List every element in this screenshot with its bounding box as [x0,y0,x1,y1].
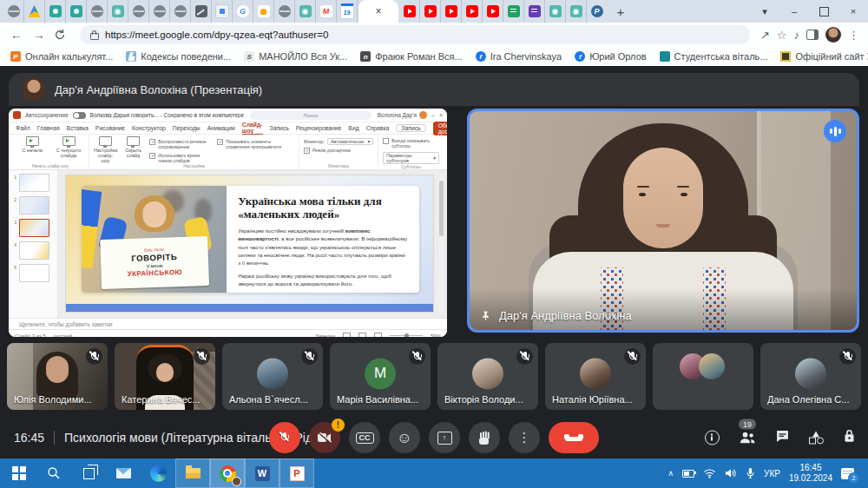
pinned-tab[interactable] [87,0,108,23]
slide-thumbnail[interactable]: 4 [12,241,56,260]
mic-button[interactable] [269,422,300,453]
pin-icon[interactable] [480,310,491,321]
pinned-tab[interactable] [441,0,462,23]
pinned-tab[interactable] [524,0,545,23]
bookmark-item[interactable]: fIra Chervinskaya [476,51,562,62]
present-button[interactable]: ↑ [429,422,460,453]
host-controls-button[interactable] [843,429,856,447]
slide-thumbnail-panel[interactable]: 1 2 3 4 5 [9,170,58,318]
slide-thumbnail[interactable]: 5 [12,264,56,282]
edge-app-button[interactable] [141,458,175,488]
narration-checkbox[interactable]: ✓Воспроизвести речевое сопровождение [149,139,212,150]
ppt-minimize-button[interactable]: – [431,112,435,118]
participant-tile[interactable]: Дана Олегівна С... [760,343,861,410]
active-tab-meet[interactable]: × [358,0,398,23]
bookmark-item[interactable]: Офіційний сайт Уп... [780,51,868,62]
pinned-tab[interactable] [212,0,233,23]
participant-tile[interactable]: Наталія Юріївна... [545,343,646,410]
bookmark-item[interactable]: PОнлайн калькулят... [10,51,113,62]
minimize-button[interactable]: – [779,0,809,23]
close-icon[interactable]: × [375,5,381,17]
timings-checkbox[interactable]: ✓Использовать время показа слайдов [149,153,212,164]
wifi-icon[interactable] [703,468,716,478]
ppt-scrollbar-thumb[interactable] [439,181,444,236]
address-bar[interactable]: https://meet.google.com/dpy-qzea-eqt?aut… [80,25,750,44]
raise-hand-button[interactable] [469,422,500,453]
reactions-button[interactable]: ☺ [389,422,420,453]
ppt-account[interactable]: Волохіна Дар'я [378,111,427,119]
pinned-tab[interactable] [128,0,149,23]
pinned-tab[interactable] [462,0,483,23]
ppt-tab-design[interactable]: Конструктор [132,125,166,131]
camera-button[interactable]: ! [309,422,340,453]
ppt-tab-file[interactable]: Файл [16,125,30,131]
subtitle-settings-dropdown[interactable]: Параметры субтитров▾ [383,152,439,164]
monitor-dropdown[interactable]: Автоматически▾ [327,138,373,145]
slide-canvas[interactable]: Будь ласка ГОВОРІТЬ зі мною УКРАЇНСЬКОЮ … [58,170,447,318]
bookmark-item[interactable]: Студентська віталь... [660,51,768,62]
volume-icon[interactable] [725,468,737,478]
pinned-tab[interactable] [503,0,524,23]
file-explorer-button[interactable] [175,458,210,488]
lock-icon[interactable] [90,33,99,40]
participant-tile[interactable]: M Марія Василівна... [330,343,431,410]
ppt-tab-slideshow[interactable]: Слайд-шоу [242,122,263,135]
pinned-tab[interactable]: M [316,0,337,23]
ppt-notes-area[interactable]: Щелкните, чтобы добавить заметки [9,318,447,329]
pinned-tab[interactable] [3,0,24,23]
presenter-view-checkbox[interactable]: ✓Режим докладчика [304,148,351,154]
taskbar-search-button[interactable] [36,458,71,488]
slide-thumbnail[interactable]: 3 [12,219,56,237]
activities-button[interactable] [809,432,824,445]
powerpoint-app-button[interactable]: P [279,458,314,488]
slide-thumbnail[interactable]: 1 [12,174,56,192]
pinned-tab[interactable]: P [587,0,607,23]
back-button[interactable]: ← [9,28,24,42]
ppt-close-button[interactable]: × [439,112,443,118]
info-icon[interactable] [705,431,720,445]
pinned-tab[interactable] [170,0,191,23]
browser-menu-icon[interactable]: ⋮ [848,29,859,42]
pinned-tab[interactable] [45,0,66,23]
normal-view-icon[interactable] [343,333,351,338]
people-button[interactable]: 19 [739,432,756,445]
captions-button[interactable]: CC [349,422,380,453]
bookmark-item[interactable]: nФраюк Роман Вся... [360,51,462,62]
from-start-button[interactable]: С начала [16,136,48,153]
ppt-search-box[interactable]: Поиск [250,111,372,120]
pinned-tab[interactable] [191,0,212,23]
shared-presentation-tile[interactable]: Автосохранение Волкова Дарья говорить...… [9,109,447,337]
new-tab-button[interactable]: + [610,1,631,22]
ppt-tab-home[interactable]: Главная [37,125,60,131]
participant-tile[interactable]: Юлія Володими... [7,343,108,410]
task-view-button[interactable] [71,458,106,488]
word-app-button[interactable]: W [245,458,279,488]
ppt-tab-draw[interactable]: Рисование [95,125,125,131]
bookmark-item[interactable]: fЮрий Орлов [575,51,646,62]
leave-call-button[interactable] [549,422,599,453]
mail-app-button[interactable] [106,458,141,488]
ppt-tab-insert[interactable]: Вставка [67,125,89,131]
subtitles-checkbox[interactable]: Всегда показывать субтитры [383,138,439,149]
bookmark-item[interactable]: ▙Кодексы поведени... [126,51,231,62]
from-current-button[interactable]: С текущего слайда [53,136,84,158]
setup-show-button[interactable]: Настройка слайд-шоу [94,136,117,163]
ppt-tab-transitions[interactable]: Переходы [173,125,201,131]
chrome-app-button[interactable] [210,458,245,488]
ppt-share-button[interactable]: Общий доступ [433,122,447,135]
slide-thumbnail[interactable]: 2 [12,196,56,214]
ppt-tab-view[interactable]: Вид [348,125,358,131]
reload-button[interactable] [54,29,69,41]
pinned-tab[interactable] [274,0,295,23]
ppt-tab-animations[interactable]: Анимации [207,125,235,131]
pinned-tab[interactable] [66,0,87,23]
ppt-tab-review[interactable]: Рецензирование [296,125,341,131]
pinned-tab[interactable] [253,0,274,23]
participant-tile[interactable]: Вікторія Володи... [437,343,538,410]
more-options-button[interactable]: ⋮ [509,422,540,453]
pinned-tab[interactable] [420,0,441,23]
pinned-tab[interactable] [108,0,128,23]
pinned-tab[interactable] [566,0,587,23]
media-queue-icon[interactable]: ♪ [794,29,800,42]
hide-slide-button[interactable]: Скрыть слайд [122,136,144,158]
